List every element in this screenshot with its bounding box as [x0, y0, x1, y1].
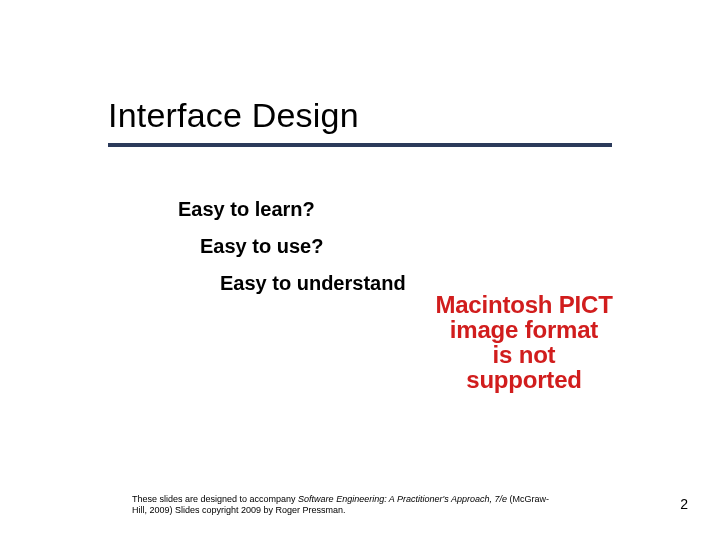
title-underline	[108, 143, 612, 147]
pict-image-placeholder: Macintosh PICT image format is not suppo…	[432, 276, 616, 408]
slide: Interface Design Easy to learn? Easy to …	[0, 0, 720, 540]
pict-placeholder-line-3: is not supported	[432, 342, 616, 392]
pict-placeholder-line-1: Macintosh PICT	[435, 292, 612, 317]
body-text: Easy to learn? Easy to use? Easy to unde…	[178, 198, 406, 295]
footer-attribution: These slides are designed to accompany S…	[132, 494, 650, 516]
page-number: 2	[680, 496, 688, 512]
attribution-book-title: Software Engineering: A Practitioner's A…	[298, 494, 507, 504]
pict-placeholder-line-2: image format	[450, 317, 598, 342]
bullet-line-1: Easy to learn?	[178, 198, 406, 221]
bullet-line-2: Easy to use?	[200, 235, 406, 258]
slide-title: Interface Design	[108, 96, 612, 141]
title-block: Interface Design	[108, 96, 612, 147]
attribution-before: These slides are designed to accompany	[132, 494, 298, 504]
bullet-line-3: Easy to understand	[220, 272, 406, 295]
attribution-text: These slides are designed to accompany S…	[132, 494, 562, 516]
